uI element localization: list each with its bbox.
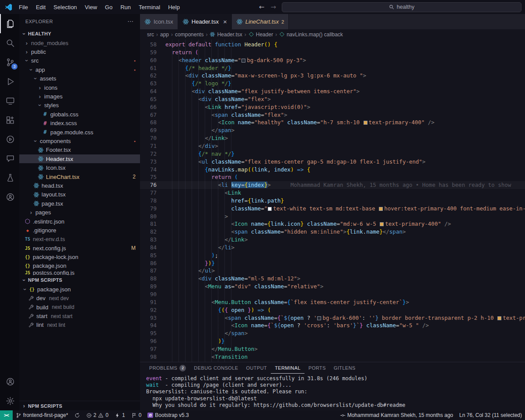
status-cursor-position[interactable]: Ln 76, Col 32 (11 selected) [456, 410, 525, 420]
file-postcss.config.js[interactable]: JSpostcss.config.js [19, 270, 140, 275]
npm-scripts-header[interactable]: › NPM SCRIPTS [19, 275, 140, 285]
npm-script-lint[interactable]: lintnext lint [19, 321, 140, 329]
activity-live-preview[interactable] [0, 130, 19, 149]
status-git-branch[interactable]: frontend-first-page* [13, 410, 71, 420]
file-globals.css[interactable]: #globals.css [19, 110, 140, 119]
menu-file[interactable]: File [15, 0, 32, 14]
forward-icon[interactable]: → [267, 3, 279, 11]
file-layout.tsx[interactable]: layout.tsx [19, 190, 140, 199]
file-page.tsx[interactable]: page.tsx [19, 199, 140, 208]
activity-extensions[interactable] [0, 110, 19, 130]
status-remote-indicator[interactable]: >< [0, 410, 13, 420]
activity-run-debug[interactable] [0, 72, 19, 91]
folder-public[interactable]: ›public [19, 47, 140, 56]
terminal-output[interactable]: event - compiled client and server succe… [140, 374, 525, 410]
npm-script-start[interactable]: startnext start [19, 312, 140, 320]
code-line[interactable]: 91 <Menu.Button className={`flex items-c… [140, 298, 525, 306]
file-page.module.css[interactable]: #page.module.css [19, 128, 140, 136]
code-line[interactable]: 63 {/* logo */} [140, 80, 525, 88]
npm-scripts-footer[interactable]: › NPM SCRIPTS [19, 401, 140, 410]
folder-components[interactable]: ›components● [19, 136, 140, 145]
code-line[interactable]: 59 return ( [140, 49, 525, 56]
code-line[interactable]: 92 {({ open }) => ( [140, 306, 525, 314]
folder-styles[interactable]: ›styles [19, 101, 140, 110]
tab-icon.tsx[interactable]: Icon.tsx [140, 14, 178, 29]
status-flag-count[interactable]: 0 [128, 410, 145, 420]
file-package.json[interactable]: {}package.json [19, 262, 140, 270]
code-line[interactable]: 61 {/* header */} [140, 64, 525, 72]
file-.eslintrc.json[interactable]: .eslintrc.json [19, 217, 140, 226]
menu-view[interactable]: View [81, 0, 101, 14]
folder-assets[interactable]: ›assets [19, 74, 140, 83]
code-line[interactable]: 85 ); [140, 252, 525, 259]
back-icon[interactable]: ← [256, 3, 268, 11]
file-icon.tsx[interactable]: Icon.tsx [19, 163, 140, 172]
code-line[interactable]: 96 )} [140, 337, 525, 345]
code-line[interactable]: 89 <Menu as="div" className="relative"> [140, 283, 525, 290]
panel-tab-gitlens[interactable]: GITLENS [330, 362, 360, 374]
activity-chat[interactable] [0, 149, 19, 168]
panel-tab-debug-console[interactable]: DEBUG CONSOLE [190, 362, 242, 374]
code-line[interactable]: 86 })} [140, 259, 525, 267]
tab-header.tsx[interactable]: Header.tsx× [178, 14, 232, 29]
code-line[interactable]: 72 {/* nav */} [140, 150, 525, 158]
panel-tab-problems[interactable]: PROBLEMS2 [145, 362, 190, 374]
code-line[interactable]: 93 <span className={`${open ? 'bg-dark-6… [140, 314, 525, 322]
code-editor[interactable]: 58export default function Header() {59 r… [140, 39, 525, 362]
code-line[interactable]: 68 <Icon name="healthy" className="h-7 s… [140, 119, 525, 126]
code-line[interactable]: 71 </div> [140, 142, 525, 150]
code-line[interactable]: 77 <Link [140, 189, 525, 197]
code-line[interactable]: 94 <Icon name={`${open ? 'cross': 'bars'… [140, 322, 525, 329]
code-line[interactable]: 62 <div className="max-w-screen-lg px-3 … [140, 72, 525, 80]
breadcrumb-item[interactable]: Header.tsx [210, 32, 242, 38]
menu-help[interactable]: Help [164, 0, 184, 14]
file-.gitignore[interactable]: ◆.gitignore [19, 226, 140, 234]
code-line[interactable]: 58export default function Header() { [140, 41, 525, 49]
code-line[interactable]: 83 </Link> [140, 236, 525, 244]
code-line[interactable]: 90 [140, 290, 525, 298]
folder-node-modules[interactable]: ›node_modules [19, 38, 140, 47]
npm-script-dev[interactable]: devnext dev [19, 294, 140, 303]
folder-images[interactable]: ›images [19, 92, 140, 101]
folder-src[interactable]: ›src● [19, 56, 140, 65]
menu-go[interactable]: Go [101, 0, 116, 14]
menu-terminal[interactable]: Terminal [135, 0, 164, 14]
folder-icons[interactable]: ›icons [19, 83, 140, 92]
activity-explorer[interactable] [0, 14, 19, 33]
file-index.scss[interactable]: #index.scss [19, 119, 140, 128]
code-line[interactable]: 70 </Link> [140, 134, 525, 142]
breadcrumb-item[interactable]: Header [248, 32, 273, 38]
code-line[interactable]: 98 <Transition [140, 353, 525, 361]
file-header.tsx[interactable]: Header.tsx [19, 154, 140, 163]
status-bootstrap-version[interactable]: BBootstrap v5.3 [144, 410, 192, 420]
activity-source-control[interactable]: 3 [0, 52, 19, 72]
folder-pages[interactable]: ›pages [19, 208, 140, 217]
activity-testing[interactable] [0, 168, 19, 187]
more-actions-icon[interactable]: ··· [128, 19, 134, 24]
file-head.tsx[interactable]: head.tsx [19, 181, 140, 190]
breadcrumb-item[interactable]: navLinks.map() callback [279, 32, 343, 38]
code-line[interactable]: 64 <div className="flex justify-between … [140, 88, 525, 95]
close-icon[interactable]: × [223, 18, 227, 25]
code-line[interactable]: 65 <div className="flex"> [140, 95, 525, 103]
status-sync[interactable] [71, 410, 83, 420]
status-gitlens-blame[interactable]: Mohammmad Kamran Shekh, 15 months ago [337, 410, 456, 420]
workspace-header[interactable]: › HEALTHY [19, 29, 140, 38]
code-line[interactable]: 84 </li> [140, 244, 525, 252]
code-line[interactable]: 66 <Link href="javascript:void(0)"> [140, 103, 525, 111]
code-line[interactable]: 69 </span> [140, 126, 525, 134]
code-line[interactable]: 81 <Icon name={link.icon} className="md:… [140, 220, 525, 228]
code-line[interactable]: 78 href={link.path} [140, 197, 525, 205]
npm-script-build[interactable]: buildnext build [19, 303, 140, 312]
breadcrumb-item[interactable]: src [147, 32, 154, 38]
code-line[interactable]: 88 <div className="ml-5 md:ml-12"> [140, 275, 525, 283]
code-line[interactable]: 74 {navLinks.map((link, index) => { [140, 166, 525, 174]
code-line[interactable]: 75 return ( [140, 173, 525, 181]
panel-tab-ports[interactable]: PORTS [304, 362, 330, 374]
activity-remote-explorer[interactable] [0, 91, 19, 110]
code-line[interactable]: 82 <span className="hidden sm:inline">{l… [140, 228, 525, 236]
file-next-env.d.ts[interactable]: TSnext-env.d.ts [19, 235, 140, 244]
menu-edit[interactable]: Edit [32, 0, 49, 14]
panel-tab-terminal[interactable]: TERMINAL [271, 362, 304, 374]
code-line[interactable]: 87 </ul> [140, 267, 525, 275]
